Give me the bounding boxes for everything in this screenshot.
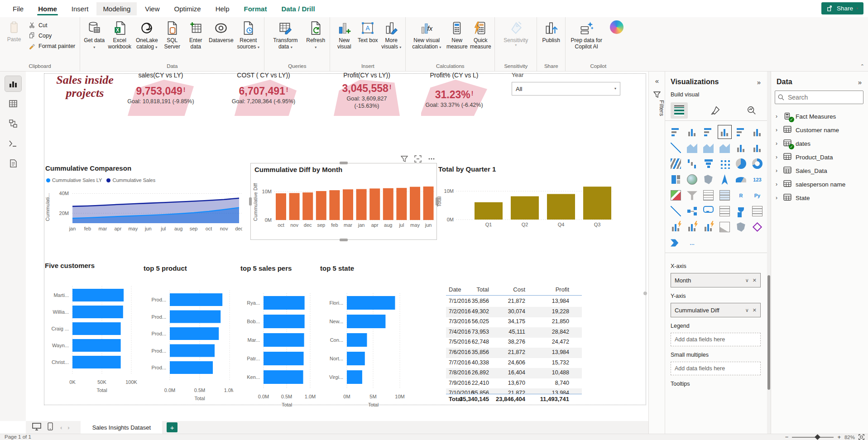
line-and-clustered-column-chart-icon[interactable] (752, 143, 762, 153)
year-slicer-dropdown[interactable]: All ▾ (512, 82, 620, 96)
hundred-stacked-column-chart-icon[interactable] (752, 127, 762, 137)
date-table[interactable]: DateTotalCostProfit7/1/201635,85621,8721… (446, 283, 582, 404)
chart-five-customers[interactable]: 0K50K100KMarti...Willia...Craig ...Wayn.… (44, 271, 141, 397)
expand-chevron-icon[interactable]: › (776, 127, 780, 133)
line-and-stacked-column-chart-icon[interactable] (736, 143, 746, 153)
line-chart-icon[interactable] (671, 143, 681, 153)
table-row[interactable]: 7/4/201673,95345,11128,842 (446, 327, 582, 338)
data-field-item[interactable]: ›✓dates (771, 137, 868, 150)
more-options-icon[interactable] (428, 155, 435, 163)
new-visual-calculation-button[interactable]: fx New visual calculation ▾ (408, 19, 445, 51)
table-row[interactable]: 7/7/201640,33824,60615,732 (446, 358, 582, 368)
build-visual-tab[interactable] (671, 102, 688, 119)
legend-well-dropzone[interactable]: Add data fields here (671, 333, 761, 346)
ribbon-chart-icon[interactable] (671, 158, 681, 169)
tab-optimize[interactable]: Optimize (168, 2, 207, 15)
previous-page-arrow[interactable]: ‹ (58, 424, 65, 431)
chart-total-by-quarter[interactable]: 0M10MQ1Q2Q4Q3Total (436, 163, 616, 239)
hundred-stacked-area-chart-icon[interactable] (719, 143, 730, 153)
page-resize-handle[interactable] (643, 292, 647, 295)
data-field-item[interactable]: ›Customer name (771, 123, 868, 137)
chart-cumulative-diff[interactable]: 0M10Moctnovdecsepfebmarjanapraugjulmayju… (251, 163, 436, 239)
dax-query-view-button[interactable] (5, 136, 21, 151)
data-field-item[interactable]: ›Sales_Data (771, 164, 868, 177)
focus-mode-icon[interactable] (414, 155, 422, 163)
more-visuals-button[interactable]: More visuals ▾ (380, 19, 403, 51)
format-painter-button[interactable]: Format painter (26, 42, 77, 50)
zoom-slider-thumb[interactable] (815, 434, 821, 440)
new-measure-button[interactable]: New measure (446, 19, 468, 51)
table-row[interactable]: 7/2/201649,30230,07419,228 (446, 307, 582, 317)
zoom-out-button[interactable]: − (785, 435, 789, 440)
more-options-icon[interactable]: … (687, 238, 697, 248)
paste-button[interactable]: Paste (3, 19, 25, 44)
stacked-area-chart-icon[interactable] (703, 143, 714, 153)
transform-data-button[interactable]: Transform data ▾ (267, 19, 303, 51)
gauge-icon[interactable] (736, 177, 746, 182)
scrollbar-thumb[interactable] (767, 275, 770, 390)
table-header[interactable]: Cost (513, 286, 525, 293)
y-axis-field-pill[interactable]: Cummulative Diff ∨ ✕ (671, 303, 761, 317)
data-field-item[interactable]: ›salesperson name (771, 177, 868, 191)
expand-chevron-icon[interactable]: › (776, 195, 780, 201)
expand-chevron-icon[interactable]: › (776, 113, 780, 120)
power-apps-visual-icon[interactable] (671, 222, 681, 232)
donut-chart-icon[interactable] (752, 158, 762, 169)
expand-filters-icon[interactable]: « (649, 77, 665, 85)
waterfall-chart-icon[interactable] (687, 158, 697, 169)
tab-modeling[interactable]: Modeling (96, 2, 137, 15)
power-bi-scorecard-icon[interactable]: 123 (752, 174, 762, 185)
table-row[interactable]: 7/1/201635,85621,87213,984 (446, 297, 582, 307)
tab-home[interactable]: Home (32, 2, 63, 15)
get-data-button[interactable]: Get data ▾ (83, 19, 106, 51)
report-canvas[interactable]: Sales insideprojects sales(CY vs LY) 9,7… (26, 72, 648, 421)
new-page-button[interactable]: + (167, 422, 177, 432)
format-visual-tab[interactable] (707, 102, 724, 119)
sensitivity-button[interactable]: Sensitivity ▾ (498, 19, 534, 48)
small-multiples-well-dropzone[interactable]: Add data fields here (671, 362, 761, 375)
analytics-tab[interactable] (743, 102, 760, 119)
enter-data-button[interactable]: Enter data (184, 19, 207, 51)
collapse-visualizations-icon[interactable]: » (757, 78, 761, 86)
page-tab-sales-insights[interactable]: Sales Insights Dataset (81, 421, 163, 434)
expand-chevron-icon[interactable]: › (776, 154, 780, 160)
r-script-visual-icon[interactable]: R (736, 190, 746, 201)
paginated-report-icon[interactable] (752, 206, 762, 216)
table-header[interactable]: Profit (556, 286, 569, 293)
expand-chevron-icon[interactable]: › (776, 140, 780, 147)
copy-button[interactable]: Copy (26, 31, 77, 40)
qa-visual-icon[interactable] (703, 206, 714, 213)
kpi-card-profit[interactable]: Profit(CY vs LY)) 3,045,558! Goal: 3,609… (333, 72, 401, 119)
decomposition-tree-icon[interactable] (687, 206, 697, 216)
sql-server-button[interactable]: SQL Server (161, 19, 183, 51)
tab-insert[interactable]: Insert (65, 2, 95, 15)
key-influencers-icon[interactable] (671, 206, 681, 216)
visualizations-scrollbar[interactable] (767, 72, 771, 434)
prep-data-copilot-button[interactable]: Prep data for Copilot AI (568, 19, 604, 51)
x-axis-field-pill[interactable]: Month ∨ ✕ (671, 273, 761, 287)
tab-help[interactable]: Help (209, 2, 236, 15)
custom-visual-icon[interactable] (753, 222, 762, 232)
filters-funnel-icon[interactable] (653, 91, 661, 98)
tmdl-view-button[interactable] (5, 156, 21, 171)
area-chart-icon[interactable] (687, 143, 697, 153)
chevron-down-icon[interactable]: ∨ (745, 277, 749, 283)
kpi-card-cost[interactable]: COST ( CY vs LY)) 6,707,491! Goal: 7,208… (230, 72, 297, 119)
azure-map-icon[interactable] (719, 174, 730, 185)
next-page-arrow[interactable]: › (65, 424, 72, 431)
pie-chart-icon[interactable] (736, 158, 746, 169)
fit-to-page-icon[interactable] (858, 434, 864, 440)
power-automate-flow-icon[interactable] (671, 238, 681, 248)
data-view-button[interactable] (5, 96, 21, 111)
table-row[interactable]: 7/9/201622,41013,6708,740 (446, 378, 582, 389)
table-header[interactable]: Total (477, 286, 489, 293)
onelake-catalog-button[interactable]: OneLake catalog ▾ (134, 19, 160, 51)
table-row[interactable]: 7/6/201635,85621,87213,984 (446, 348, 582, 358)
filter-icon[interactable] (401, 155, 408, 163)
image-visual-icon[interactable] (719, 222, 730, 232)
data-field-item[interactable]: ›✓Fact Measures (771, 110, 868, 123)
remove-field-icon[interactable]: ✕ (753, 307, 757, 313)
filled-map-icon[interactable] (703, 174, 714, 185)
python-visual-icon[interactable]: Py (752, 190, 762, 201)
data-search-box[interactable] (775, 91, 863, 104)
